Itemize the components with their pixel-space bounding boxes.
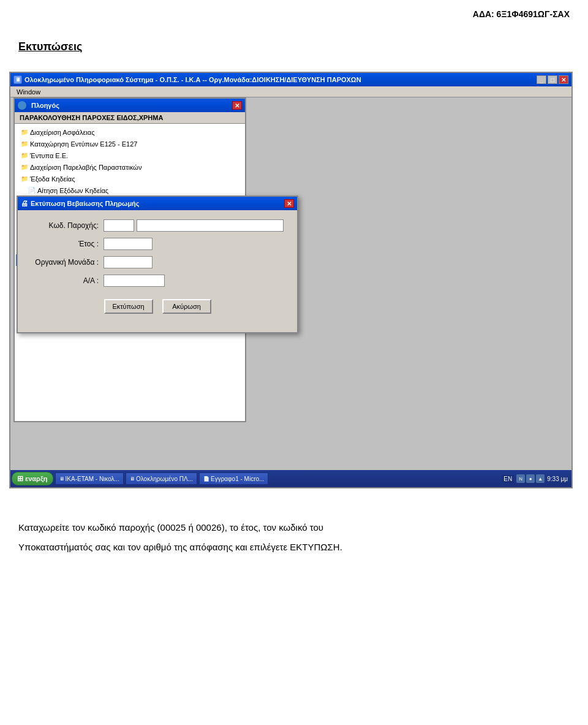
organiki-label: Οργανική Μονάδα : bbox=[30, 258, 104, 267]
taskbar: ⊞ εναρξη 🖥 IKA-ETAM - Νικολ... 🖥 Ολοκληρ… bbox=[10, 470, 571, 487]
taskbar-btn1-label: IKA-ETAM - Νικολ... bbox=[66, 476, 119, 482]
cancel-button[interactable]: Ακύρωση bbox=[162, 299, 211, 314]
tray-icon-3: ▲ bbox=[536, 474, 545, 483]
navigator-section-label: ΠΑΡΑΚΟΛΟΥΘΗΣΗ ΠΑΡΟΧΕΣ ΕΙΔΟΣ,ΧΡΗΜΑ bbox=[15, 112, 245, 124]
titlebar-left: 🖥 Ολοκληρωμένο Πληροφοριακό Σύστημα - Ο.… bbox=[13, 75, 361, 84]
tree-item-item4[interactable]: Διαχείριση Παρελαβής Παραστατικών bbox=[16, 161, 244, 173]
taskbar-btn2-icon: 🖥 bbox=[130, 476, 135, 482]
language-indicator: EN bbox=[502, 475, 514, 483]
kod-paroxis-input1[interactable] bbox=[104, 219, 134, 232]
kod-paroxis-input2[interactable] bbox=[137, 219, 284, 232]
dialog-title-left: 🖨 Εκτύπωση Βεβαίωσης Πληρωμής bbox=[21, 199, 140, 208]
navigator-title: Πλοηγός bbox=[31, 102, 59, 109]
dialog-title: Εκτύπωση Βεβαίωσης Πληρωμής bbox=[31, 200, 140, 207]
tray-icon-1: N bbox=[516, 474, 525, 483]
aa-inputs bbox=[104, 275, 165, 287]
minimize-button[interactable]: _ bbox=[537, 75, 546, 84]
tree-item-label: Διαχείριση Ασφάλειας bbox=[30, 127, 94, 137]
tree-item-item1[interactable]: Διαχείριση Ασφάλειας bbox=[16, 126, 244, 138]
tree-item-item2[interactable]: Καταχώρηση Εντύπων Ε125 - Ε127 bbox=[16, 138, 244, 150]
organiki-row: Οργανική Μονάδα : bbox=[30, 256, 285, 268]
dialog-buttons: Εκτύπωση Ακύρωση bbox=[30, 293, 285, 323]
system-time: 9:33 μμ bbox=[547, 476, 568, 482]
nav-titlebar-left: Πλοηγός bbox=[18, 101, 59, 110]
folder-icon bbox=[21, 150, 28, 161]
windows-logo-icon: ⊞ bbox=[17, 474, 23, 483]
organiki-inputs bbox=[104, 256, 153, 268]
taskbar-btn3-icon: 📄 bbox=[203, 476, 209, 482]
dialog-content: Κωδ. Παροχής: Έτος : Οργανική Μονάδα : bbox=[18, 210, 297, 332]
page-title: Εκτυπώσεις bbox=[18, 40, 82, 53]
folder-icon bbox=[21, 162, 28, 172]
tree-item-label: Έξοδα Κηδείας bbox=[30, 174, 75, 184]
taskbar-btn3-label: Εγγραφο1 - Micro... bbox=[211, 476, 264, 482]
aa-input[interactable] bbox=[104, 275, 165, 287]
tree-item-label: Έντυπα Ε.Ε. bbox=[30, 151, 68, 161]
main-titlebar[interactable]: 🖥 Ολοκληρωμένο Πληροφοριακό Σύστημα - Ο.… bbox=[10, 73, 571, 86]
aa-row: Α/Α : bbox=[30, 275, 285, 287]
main-window-container: 🖥 Ολοκληρωμένο Πληροφοριακό Σύστημα - Ο.… bbox=[9, 72, 573, 488]
bottom-text-area: Καταχωρείτε τον κωδικό παροχής (00025 ή … bbox=[0, 495, 588, 577]
taskbar-btn-3[interactable]: 📄 Εγγραφο1 - Micro... bbox=[199, 473, 268, 485]
tree-item-item5[interactable]: Έξοδα Κηδείας bbox=[16, 173, 244, 184]
start-label: εναρξη bbox=[25, 475, 48, 482]
etos-input[interactable] bbox=[104, 238, 153, 250]
ada-code: ΑΔΑ: 6Ξ1Φ4691ΩΓ-ΣΑΧ bbox=[0, 0, 588, 22]
aa-label: Α/Α : bbox=[30, 276, 104, 285]
ada-code-text: ΑΔΑ: 6Ξ1Φ4691ΩΓ-ΣΑΧ bbox=[473, 9, 570, 19]
taskbar-btn2-label: Ολοκληρωμένο ΠΛ... bbox=[136, 476, 193, 482]
app-icon: 🖥 bbox=[13, 75, 22, 84]
window-controls: _ □ ✕ bbox=[537, 75, 568, 84]
printer-icon: 🖨 bbox=[21, 199, 28, 208]
navigator-close-button[interactable]: ✕ bbox=[232, 101, 242, 110]
navigator-titlebar[interactable]: Πλοηγός ✕ bbox=[15, 99, 245, 112]
taskbar-btn1-icon: 🖥 bbox=[59, 476, 64, 482]
file-icon bbox=[28, 185, 36, 195]
close-button[interactable]: ✕ bbox=[559, 75, 568, 84]
menu-item-window[interactable]: Window bbox=[13, 88, 43, 96]
start-button[interactable]: ⊞ εναρξη bbox=[12, 472, 53, 485]
kod-paroxis-inputs bbox=[104, 219, 284, 232]
taskbar-right: EN N ● ▲ 9:33 μμ bbox=[502, 474, 570, 483]
tree-item-item6[interactable]: Αίτηση Εξόδων Κηδείας bbox=[16, 184, 244, 196]
etos-row: Έτος : bbox=[30, 238, 285, 250]
etos-inputs bbox=[104, 238, 153, 250]
tray-icon-2: ● bbox=[526, 474, 535, 483]
menu-bar: Window bbox=[10, 86, 571, 97]
bottom-text-line1: Καταχωρείτε τον κωδικό παροχής (00025 ή … bbox=[18, 519, 570, 536]
dialog-titlebar[interactable]: 🖨 Εκτύπωση Βεβαίωσης Πληρωμής ✕ bbox=[18, 197, 297, 210]
tree-item-label: Αίτηση Εξόδων Κηδείας bbox=[37, 186, 108, 195]
navigator-icon bbox=[18, 101, 26, 110]
folder-icon bbox=[21, 139, 28, 149]
taskbar-btn-2[interactable]: 🖥 Ολοκληρωμένο ΠΛ... bbox=[126, 473, 197, 485]
kod-paroxis-label: Κωδ. Παροχής: bbox=[30, 221, 104, 230]
main-window-title: Ολοκληρωμένο Πληροφοριακό Σύστημα - Ο.Π.… bbox=[24, 76, 361, 83]
tray-icons: N ● ▲ bbox=[516, 474, 545, 483]
tree-item-label: Διαχείριση Παρελαβής Παραστατικών bbox=[30, 162, 141, 172]
dialog-close-button[interactable]: ✕ bbox=[284, 199, 294, 208]
print-button[interactable]: Εκτύπωση bbox=[104, 299, 153, 314]
tree-item-label: Καταχώρηση Εντύπων Ε125 - Ε127 bbox=[30, 139, 137, 149]
folder-icon bbox=[21, 127, 28, 137]
organiki-input[interactable] bbox=[104, 256, 153, 268]
maximize-button[interactable]: □ bbox=[548, 75, 557, 84]
etos-label: Έτος : bbox=[30, 240, 104, 248]
taskbar-btn-1[interactable]: 🖥 IKA-ETAM - Νικολ... bbox=[55, 473, 124, 485]
print-dialog: 🖨 Εκτύπωση Βεβαίωσης Πληρωμής ✕ Κωδ. Παρ… bbox=[17, 195, 298, 333]
kod-paroxis-row: Κωδ. Παροχής: bbox=[30, 219, 285, 232]
tree-item-item3[interactable]: Έντυπα Ε.Ε. bbox=[16, 150, 244, 161]
folder-icon bbox=[21, 173, 28, 184]
bottom-text-line2: Υποκαταστήματός σας και τον αριθμό της α… bbox=[18, 539, 570, 555]
